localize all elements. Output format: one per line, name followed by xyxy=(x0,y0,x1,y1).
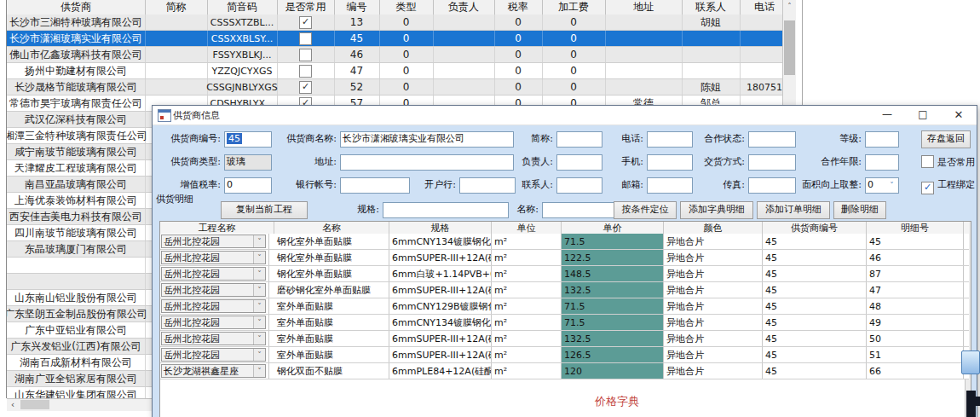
chevron-down-icon[interactable]: ˅ xyxy=(253,252,265,264)
minimize-icon[interactable]: — xyxy=(875,106,899,125)
detail-row[interactable]: 岳州北控花园˅室外单面贴膜6mmCNY134镀膜钢化m²71.5异地合片4549 xyxy=(160,315,969,331)
project-select[interactable]: 岳州北控花园˅ xyxy=(161,267,266,281)
detail-cell[interactable]: 岳州北控花园˅ xyxy=(160,347,269,362)
checkbox-icon[interactable] xyxy=(921,155,934,168)
supplier-name-input[interactable]: 长沙市潇湘玻璃实业有限公司 xyxy=(340,131,514,148)
detail-row[interactable]: 岳州北控花园˅钢化室外单面贴膜6mmCNY134镀膜钢化m²71.5异地合片45… xyxy=(160,234,969,250)
address-input[interactable] xyxy=(340,154,514,171)
checkbox-checked-icon[interactable]: ✓ xyxy=(299,81,312,94)
checkbox-checked-icon[interactable]: ✓ xyxy=(921,182,934,194)
detail-column-header[interactable]: 单价 xyxy=(562,222,664,234)
supplier-table-vscrollbar[interactable]: ˄ xyxy=(782,0,796,105)
detail-cell[interactable]: 岳州北控花园˅ xyxy=(160,266,269,281)
column-header[interactable]: 供货商 xyxy=(7,0,146,14)
detail-row[interactable]: 岳州北控花园˅磨砂钢化室外单面贴膜6mmSUPER-III+12A(硅...m²… xyxy=(160,282,969,298)
manager-input[interactable] xyxy=(556,154,602,171)
project-select[interactable]: 岳州北控花园˅ xyxy=(161,235,266,248)
project-select[interactable]: 岳州北控花园˅ xyxy=(161,348,266,362)
spec-filter-input[interactable] xyxy=(383,202,509,218)
price-cell[interactable]: 132.5 xyxy=(562,331,664,346)
detail-cell[interactable]: 岳州北控花园˅ xyxy=(160,250,269,265)
price-cell[interactable]: 120 xyxy=(562,363,664,379)
project-select[interactable]: 长沙龙湖祺鑫星座˅ xyxy=(161,364,266,378)
supplier-row[interactable]: 扬州中勤建材有限公司YZZQJCYXGS47000 xyxy=(7,63,795,79)
common-checkbox-cell[interactable] xyxy=(277,47,335,62)
chevron-down-icon[interactable]: ˅ xyxy=(253,365,265,377)
supplier-row[interactable]: 长沙市潇湘玻璃实业有限公司CSSXXBLSY...45000 xyxy=(7,31,795,47)
dialog-titlebar[interactable]: 供货商信息 — □ ✕ xyxy=(153,106,977,125)
common-checkbox-cell[interactable] xyxy=(277,31,335,46)
price-cell[interactable]: 71.5 xyxy=(562,315,664,330)
delete-detail-button[interactable]: 删除明细 xyxy=(833,201,886,219)
copy-project-button[interactable]: 复制当前工程 xyxy=(221,201,308,219)
column-header[interactable]: 简音码 xyxy=(207,0,278,14)
detail-row[interactable]: 岳州北控花园˅钢化室外单面贴膜6mmSUPER-III+12A(硅...m²12… xyxy=(160,250,969,266)
vscrollbar-thumb[interactable] xyxy=(784,20,795,75)
project-select[interactable]: 岳州北控花园˅ xyxy=(161,332,266,345)
detail-cell[interactable]: 长沙龙湖祺鑫星座˅ xyxy=(160,363,269,379)
checkbox-icon[interactable] xyxy=(299,32,312,45)
save-return-button[interactable]: 存盘返回 xyxy=(921,130,971,148)
chevron-down-icon[interactable]: ˅ xyxy=(253,284,265,296)
often-used-checkbox[interactable]: 是否常用 xyxy=(921,155,975,169)
area-round-select[interactable]: 0˅ xyxy=(865,177,899,194)
name-filter-input[interactable] xyxy=(542,202,615,218)
detail-cell[interactable]: 岳州北控花园˅ xyxy=(160,234,269,249)
column-header[interactable]: 负责人 xyxy=(433,0,495,14)
add-dict-detail-button[interactable]: 添加字典明细 xyxy=(680,201,753,219)
column-header[interactable]: 税率 xyxy=(494,0,543,14)
column-header[interactable]: 类型 xyxy=(379,0,434,14)
price-cell[interactable]: 148.5 xyxy=(562,266,664,281)
chevron-down-icon[interactable]: ˅ xyxy=(886,179,897,192)
supplier-table-hscrollbar[interactable]: ‹ xyxy=(7,398,152,411)
detail-column-header[interactable]: 名称 xyxy=(274,222,389,234)
add-order-detail-button[interactable]: 添加订单明细 xyxy=(757,201,830,219)
common-checkbox-cell[interactable]: ✓ xyxy=(277,79,335,95)
column-header[interactable]: 联系人 xyxy=(682,0,741,14)
checkbox-icon[interactable] xyxy=(299,65,312,78)
project-select[interactable]: 岳州北控花园˅ xyxy=(161,283,266,297)
price-cell[interactable]: 126.5 xyxy=(562,347,664,362)
chevron-down-icon[interactable]: ˅ xyxy=(253,268,265,280)
supplier-row[interactable]: 长沙市三湘特种玻璃有限公司CSSSXTZBL...✓13000胡姐 xyxy=(7,14,795,31)
project-bind-checkbox[interactable]: ✓工程绑定 xyxy=(921,178,975,192)
detail-cell[interactable]: 岳州北控花园˅ xyxy=(160,331,269,346)
detail-row[interactable]: 长沙龙湖祺鑫星座˅钢化双面不贴膜6mmPLE84+12A(硅酮胶...m²120… xyxy=(160,363,969,379)
checkbox-icon[interactable] xyxy=(299,49,312,61)
phone-input[interactable] xyxy=(647,131,693,148)
column-header[interactable]: 编号 xyxy=(334,0,380,14)
chevron-down-icon[interactable]: ˅ xyxy=(253,316,265,328)
chevron-down-icon[interactable]: ˅ xyxy=(253,235,265,247)
detail-column-header[interactable]: 明细号 xyxy=(867,222,964,234)
price-cell[interactable]: 132.5 xyxy=(562,282,664,298)
price-cell[interactable]: 71.5 xyxy=(562,234,664,249)
bank-input[interactable] xyxy=(459,177,516,194)
contact-input[interactable] xyxy=(556,177,602,194)
detail-column-header[interactable]: 供货商编号 xyxy=(763,222,867,234)
supplier-row[interactable]: 长沙晟格节能玻璃有限公司CSSGJNBLYXGS✓52000陈姐180751 xyxy=(7,79,795,96)
detail-cell[interactable]: 岳州北控花园˅ xyxy=(160,298,269,314)
grade-input[interactable] xyxy=(865,131,899,148)
close-icon[interactable]: ✕ xyxy=(947,106,971,125)
vat-input[interactable]: 0 xyxy=(224,177,272,194)
project-select[interactable]: 岳州北控花园˅ xyxy=(161,316,266,329)
common-checkbox-cell[interactable]: ✓ xyxy=(277,14,335,30)
project-select[interactable]: 岳州北控花园˅ xyxy=(161,299,266,313)
checkbox-checked-icon[interactable]: ✓ xyxy=(299,16,312,29)
coop-years-input[interactable] xyxy=(865,154,899,171)
chevron-down-icon[interactable]: ˅ xyxy=(253,333,265,345)
column-header[interactable]: 简称 xyxy=(145,0,208,14)
column-header[interactable]: 加工费 xyxy=(542,0,606,14)
supplier-type-input[interactable]: 玻璃 xyxy=(224,154,272,171)
price-cell[interactable]: 71.5 xyxy=(562,298,664,314)
chevron-down-icon[interactable]: ˅ xyxy=(253,349,265,361)
common-checkbox-cell[interactable] xyxy=(277,63,335,78)
column-header[interactable]: 地址 xyxy=(605,0,683,14)
supplier-no-input[interactable]: 45 xyxy=(224,131,272,148)
chevron-down-icon[interactable]: ˅ xyxy=(253,300,265,312)
scroll-up-icon[interactable]: ˄ xyxy=(783,0,796,13)
detail-cell[interactable]: 岳州北控花园˅ xyxy=(160,315,269,330)
detail-column-header[interactable]: 规格 xyxy=(389,222,492,234)
bank-account-input[interactable] xyxy=(340,177,410,194)
detail-column-header[interactable]: 工程名称 xyxy=(160,222,274,234)
